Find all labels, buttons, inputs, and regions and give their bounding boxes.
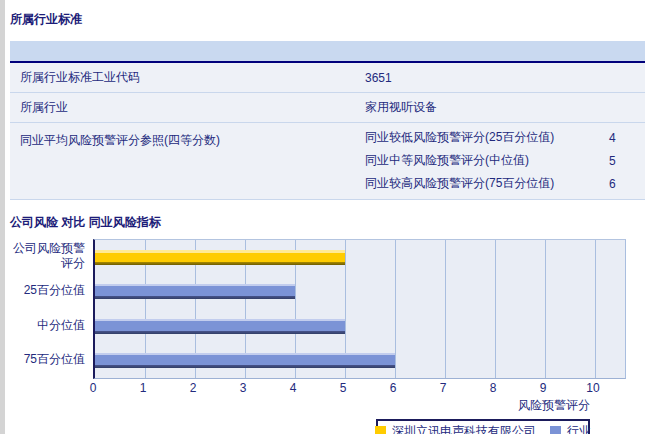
peer-score-list: 同业较低风险预警评分(25百分位值) 4 同业中等风险预警评分(中位值) 5 同… (365, 123, 645, 199)
y-axis-label: 中分位值 (10, 308, 85, 343)
legend-swatch-industry (550, 426, 561, 434)
chart-band (95, 240, 625, 275)
peer-score-value: 5 (609, 154, 629, 168)
chart-legend: 深圳立讯电声科技有限公司行业 (376, 419, 590, 434)
y-axis-labels: 公司风险预警评分25百分位值中分位值75百分位值 (10, 239, 93, 379)
chart-band (95, 344, 625, 379)
bars (95, 240, 625, 378)
table-header-bar (10, 41, 645, 63)
chart-section-title: 公司风险 对比 同业风险指标 (10, 214, 649, 231)
peer-score-row-low: 同业较低风险预警评分(25百分位值) 4 (365, 126, 629, 149)
legend-swatch-company (375, 426, 386, 434)
x-tick-label: 0 (90, 381, 97, 395)
x-tick-label: 7 (440, 381, 447, 395)
peer-score-label: 同业较高风险预警评分(75百分位值) (365, 175, 609, 192)
legend-label: 行业 (567, 423, 591, 434)
bar-industry (95, 284, 295, 299)
industry-section-title: 所属行业标准 (10, 11, 649, 28)
peer-score-label: 同业中等风险预警评分(中位值) (365, 152, 609, 169)
y-axis-label: 75百分位值 (10, 343, 85, 378)
left-border-strip (0, 0, 5, 434)
bar-industry (95, 353, 395, 368)
chart-band (95, 309, 625, 344)
x-axis-title: 风险预警评分 (10, 397, 590, 414)
chart-band (95, 275, 625, 310)
row-value: 家用视听设备 (365, 93, 645, 122)
x-tick-label: 5 (340, 381, 347, 395)
x-tick-label: 3 (240, 381, 247, 395)
x-tick-label: 8 (490, 381, 497, 395)
x-tick-label: 1 (140, 381, 147, 395)
risk-comparison-chart: 公司风险预警评分25百分位值中分位值75百分位值 (10, 239, 649, 379)
bar-industry (95, 319, 345, 334)
bar-company (95, 250, 345, 265)
x-tick-label: 2 (190, 381, 197, 395)
row-value: 3651 (365, 65, 645, 91)
peer-score-label: 同业较低风险预警评分(25百分位值) (365, 129, 609, 146)
peer-score-value: 4 (609, 131, 629, 145)
x-axis-ticks: 012345678910 (93, 379, 649, 396)
table-row-peer-scores: 同业平均风险预警评分参照(四等分数) 同业较低风险预警评分(25百分位值) 4 … (10, 123, 645, 200)
page-content: 所属行业标准 所属行业标准工业代码 3651 所属行业 家用视听设备 同业平均风… (10, 0, 649, 434)
x-tick-label: 10 (586, 381, 599, 395)
industry-standards-table: 所属行业标准工业代码 3651 所属行业 家用视听设备 同业平均风险预警评分参照… (10, 41, 645, 200)
peer-score-row-high: 同业较高风险预警评分(75百分位值) 6 (365, 172, 629, 195)
peer-score-row-medium: 同业中等风险预警评分(中位值) 5 (365, 149, 629, 172)
legend-item-industry: 行业 (550, 423, 591, 434)
row-label: 所属行业 (10, 93, 365, 122)
x-tick-label: 6 (390, 381, 397, 395)
y-axis-label: 公司风险预警评分 (10, 239, 85, 274)
plot-area (93, 239, 626, 379)
table-row-industry: 所属行业 家用视听设备 (10, 93, 645, 123)
y-axis-label: 25百分位值 (10, 274, 85, 309)
peer-score-value: 6 (609, 177, 629, 191)
row-label: 同业平均风险预警评分参照(四等分数) (10, 123, 365, 155)
x-tick-label: 4 (290, 381, 297, 395)
table-row-sic-code: 所属行业标准工业代码 3651 (10, 63, 645, 93)
legend-label: 深圳立讯电声科技有限公司 (392, 423, 536, 434)
x-tick-label: 9 (540, 381, 547, 395)
row-label: 所属行业标准工业代码 (10, 63, 365, 92)
legend-item-company: 深圳立讯电声科技有限公司 (375, 423, 536, 434)
